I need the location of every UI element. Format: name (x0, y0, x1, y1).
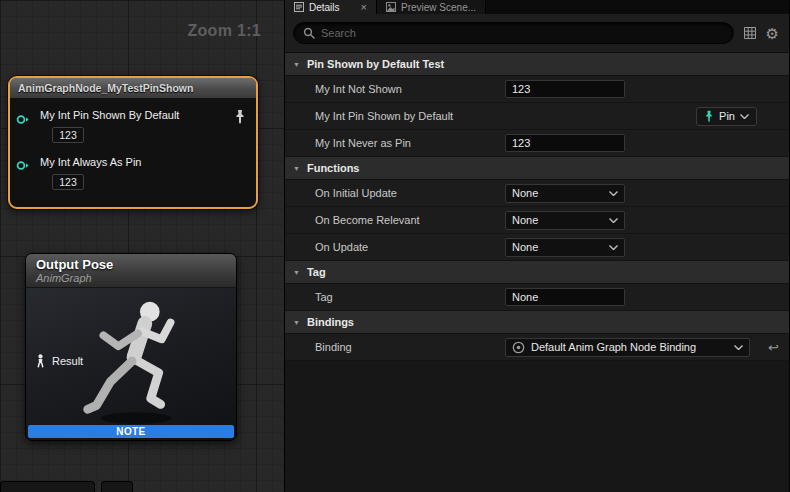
node-title[interactable]: AnimGraphNode_MyTestPinShown (10, 78, 256, 98)
chevron-down-icon: ▼ (293, 61, 300, 68)
output-pose-node[interactable]: Output Pose AnimGraph Result (25, 253, 237, 441)
result-pin-label: Result (52, 355, 83, 367)
tag-input[interactable] (505, 288, 625, 306)
pin-icon (704, 110, 714, 123)
int-input[interactable] (505, 80, 625, 98)
section-header-pin-shown-by-default-test[interactable]: ▼ Pin Shown by Default Test (285, 53, 789, 76)
binding-icon (512, 341, 525, 354)
details-tab-icon (294, 2, 304, 12)
note-banner[interactable]: NOTE (28, 425, 234, 438)
property-row: On Update None (285, 234, 789, 261)
binding-dropdown[interactable]: Default Anim Graph Node Binding (505, 338, 750, 357)
property-label: Tag (285, 291, 505, 303)
chevron-down-icon: ▼ (293, 269, 300, 276)
pushpin-icon[interactable] (234, 109, 246, 125)
section-header-bindings[interactable]: ▼ Bindings (285, 311, 789, 334)
property-row: Tag (285, 284, 789, 311)
tab-label: Preview Scene... (401, 2, 476, 13)
close-icon[interactable]: × (361, 2, 367, 13)
search-input[interactable] (321, 27, 724, 39)
gear-icon[interactable]: ⚙ (766, 26, 779, 41)
pin-value-field[interactable]: 123 (52, 174, 84, 190)
section-title: Bindings (307, 316, 354, 328)
section-title: Functions (307, 162, 360, 174)
property-label: Binding (285, 341, 505, 353)
int-pin-icon[interactable] (16, 160, 30, 171)
dropdown-value: None (512, 187, 538, 199)
node-header[interactable]: Output Pose AnimGraph (26, 254, 236, 288)
reset-binding-icon[interactable]: ↩ (768, 341, 779, 354)
details-panel: Details × Preview Scene... ⚙ ▼ Pin Shown (285, 0, 789, 492)
binding-value: Default Anim Graph Node Binding (531, 341, 728, 353)
display-filters-icon[interactable] (743, 26, 757, 40)
panel-tab-bar: Details × Preview Scene... (285, 0, 789, 14)
section-header-tag[interactable]: ▼ Tag (285, 261, 789, 284)
details-toolbar: ⚙ (285, 14, 789, 53)
search-icon (303, 27, 315, 39)
property-row: My Int Never as Pin (285, 130, 789, 157)
dropdown-value: None (512, 241, 538, 253)
chevron-down-icon: ▼ (293, 319, 300, 326)
pin-mode-label: Pin (719, 110, 735, 122)
property-label: My Int Not Shown (285, 83, 505, 95)
pin-value-field[interactable]: 123 (52, 127, 84, 143)
property-label: My Int Never as Pin (285, 137, 505, 149)
int-pin-icon[interactable] (16, 114, 30, 125)
chevron-down-icon (609, 245, 618, 250)
partial-node[interactable] (0, 481, 95, 492)
chevron-down-icon (609, 218, 618, 223)
property-row: Binding Default Anim Graph Node Binding … (285, 334, 789, 361)
function-dropdown[interactable]: None (505, 184, 625, 203)
tab-preview-scene[interactable]: Preview Scene... (377, 0, 486, 14)
anim-graph-test-node[interactable]: AnimGraphNode_MyTestPinShown My Int Pin … (8, 76, 258, 209)
anim-graph-canvas[interactable]: Zoom 1:1 AnimGraphNode_MyTestPinShown My… (0, 0, 285, 492)
chevron-down-icon (609, 191, 618, 196)
node-subtitle: AnimGraph (36, 272, 226, 284)
chevron-down-icon (740, 114, 749, 119)
property-row: My Int Pin Shown by Default Pin (285, 103, 789, 130)
chevron-down-icon: ▼ (293, 165, 300, 172)
anim-blueprint-editor: Zoom 1:1 AnimGraphNode_MyTestPinShown My… (0, 0, 790, 492)
section-title: Tag (307, 266, 326, 278)
pin-mode-dropdown[interactable]: Pin (696, 107, 757, 126)
property-label: My Int Pin Shown by Default (285, 110, 505, 122)
node-title: Output Pose (36, 257, 226, 272)
property-label: On Become Relevant (285, 214, 505, 226)
zoom-level-label: Zoom 1:1 (187, 22, 261, 40)
pin-label: My Int Always As Pin (40, 156, 141, 168)
partial-node[interactable] (101, 481, 133, 492)
chevron-down-icon (734, 345, 743, 350)
function-dropdown[interactable]: None (505, 238, 625, 257)
int-input[interactable] (505, 134, 625, 152)
tab-details[interactable]: Details × (285, 0, 377, 14)
preview-scene-tab-icon (386, 2, 396, 12)
section-title: Pin Shown by Default Test (307, 58, 444, 70)
property-label: On Initial Update (285, 187, 505, 199)
property-list: ▼ Pin Shown by Default Test My Int Not S… (285, 53, 789, 492)
search-box[interactable] (293, 22, 734, 44)
pose-pin-icon (35, 354, 46, 368)
property-row: My Int Not Shown (285, 76, 789, 103)
function-dropdown[interactable]: None (505, 211, 625, 230)
property-row: On Become Relevant None (285, 207, 789, 234)
property-label: On Update (285, 241, 505, 253)
result-pose-pin[interactable]: Result (35, 354, 83, 368)
dropdown-value: None (512, 214, 538, 226)
tab-label: Details (309, 2, 340, 13)
pin-label: My Int Pin Shown By Default (40, 109, 179, 121)
property-row: On Initial Update None (285, 180, 789, 207)
section-header-functions[interactable]: ▼ Functions (285, 157, 789, 180)
